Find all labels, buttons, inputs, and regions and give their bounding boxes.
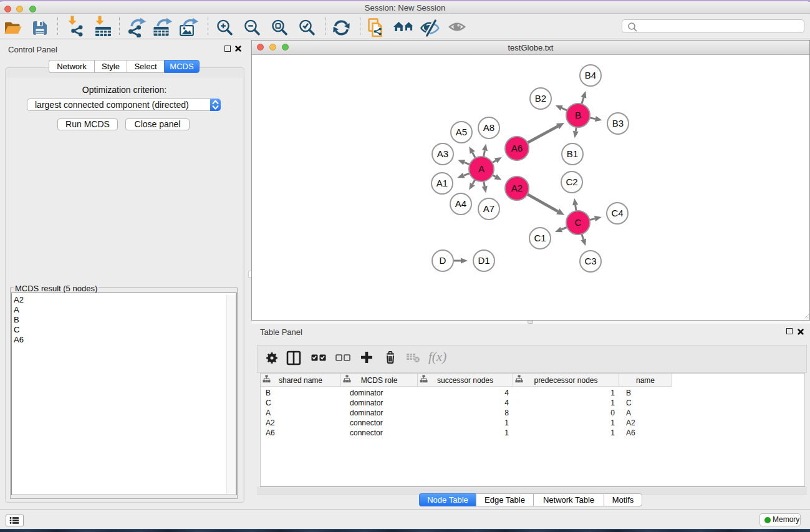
svg-text:D1: D1: [478, 255, 489, 266]
svg-text:A2: A2: [511, 183, 523, 193]
svg-text:A1: A1: [436, 178, 448, 188]
svg-text:C4: C4: [611, 208, 623, 218]
svg-text:D: D: [440, 255, 446, 266]
svg-text:A4: A4: [455, 198, 466, 209]
svg-text:C2: C2: [566, 177, 577, 187]
svg-text:A3: A3: [437, 148, 448, 159]
svg-text:B1: B1: [567, 148, 578, 159]
svg-text:B2: B2: [535, 93, 546, 104]
svg-text:A6: A6: [511, 143, 523, 153]
svg-text:C3: C3: [584, 256, 596, 266]
svg-text:C: C: [575, 217, 582, 228]
svg-text:A5: A5: [456, 127, 467, 137]
svg-text:A8: A8: [483, 122, 494, 133]
svg-text:B4: B4: [585, 70, 596, 80]
svg-text:B3: B3: [612, 118, 624, 128]
svg-text:C1: C1: [534, 233, 546, 243]
svg-text:B: B: [575, 110, 581, 120]
svg-text:A: A: [478, 163, 485, 174]
svg-text:A7: A7: [483, 203, 494, 214]
